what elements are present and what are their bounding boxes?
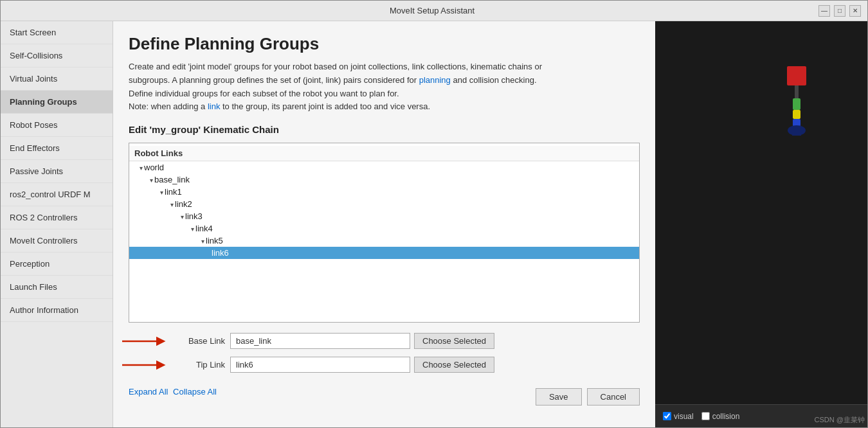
visual-checkbox-label[interactable]: visual — [663, 412, 694, 421]
collision-checkbox[interactable] — [701, 412, 710, 420]
expand-collapse-links: Expand All Collapse All — [129, 387, 219, 397]
collision-label: collision — [712, 412, 740, 421]
close-button[interactable]: ✕ — [849, 5, 861, 17]
sidebar-item-moveit-controllers[interactable]: MoveIt Controllers — [1, 229, 113, 253]
base-link-arrow-icon — [122, 335, 167, 348]
sidebar-item-perception[interactable]: Perception — [1, 253, 113, 276]
watermark: CSDN @韭菜钟 — [815, 415, 865, 425]
sidebar-item-ros2-controllers[interactable]: ROS 2 Controllers — [1, 206, 113, 229]
section-title: Edit 'my_group' Kinematic Chain — [129, 124, 640, 136]
desc-line1: Create and edit 'joint model' groups for… — [129, 62, 542, 71]
visual-label: visual — [674, 412, 694, 421]
base-link-input[interactable] — [230, 333, 410, 349]
sidebar-item-robot-poses[interactable]: Robot Poses — [1, 114, 113, 137]
titlebar: MoveIt Setup Assistant — □ ✕ — [1, 1, 867, 21]
tree-item-link3[interactable]: ▾link3 — [129, 210, 639, 222]
visual-checkbox[interactable] — [663, 412, 671, 420]
maximize-button[interactable]: □ — [834, 5, 845, 17]
collapse-all-link[interactable]: Collapse All — [173, 387, 217, 397]
visual-panel: visual collision CSDN @韭菜钟 — [655, 21, 867, 427]
base-link-choose-button[interactable]: Choose Selected — [414, 333, 494, 349]
svg-rect-4 — [787, 66, 806, 85]
robot-viewport — [655, 21, 867, 404]
sidebar-item-passive-joints[interactable]: Passive Joints — [1, 160, 113, 183]
desc-line4: Note: when adding a link to the group, i… — [129, 102, 430, 111]
tree-item-link2[interactable]: ▾link2 — [129, 198, 639, 210]
minimize-button[interactable]: — — [818, 5, 830, 17]
base-link-row: Base Link Choose Selected — [129, 333, 640, 349]
sidebar-item-virtual-joints[interactable]: Virtual Joints — [1, 67, 113, 91]
tree-item-link1[interactable]: ▾link1 — [129, 186, 639, 198]
content-area: Define Planning Groups Create and edit '… — [113, 21, 655, 427]
sidebar-scroll[interactable]: Start ScreenSelf-CollisionsVirtual Joint… — [1, 21, 113, 427]
main-content: Start ScreenSelf-CollisionsVirtual Joint… — [1, 21, 867, 427]
svg-rect-6 — [793, 98, 800, 110]
tip-link-arrow-icon — [122, 359, 167, 371]
window-title: MoveIt Setup Assistant — [46, 6, 818, 15]
tree-item-link5[interactable]: ▾link5 — [129, 235, 639, 247]
sidebar-item-ros2-control[interactable]: ros2_control URDF M — [1, 183, 113, 206]
expand-all-link[interactable]: Expand All — [129, 387, 168, 397]
tree-item-world[interactable]: ▾world — [129, 161, 639, 174]
window-controls: — □ ✕ — [818, 5, 861, 17]
sidebar-item-start-screen[interactable]: Start Screen — [1, 21, 113, 44]
svg-rect-5 — [795, 85, 799, 98]
svg-rect-10 — [792, 128, 801, 136]
tip-link-row: Tip Link Choose Selected — [129, 357, 640, 373]
save-button[interactable]: Save — [536, 388, 582, 406]
page-title: Define Planning Groups — [129, 34, 640, 54]
collision-checkbox-label[interactable]: collision — [701, 412, 740, 421]
main-window: MoveIt Setup Assistant — □ ✕ Start Scree… — [0, 0, 868, 428]
svg-rect-7 — [793, 110, 800, 119]
planning-link[interactable]: planning — [419, 75, 451, 85]
tree-header: Robot Links — [129, 146, 639, 161]
link-link[interactable]: link — [208, 102, 221, 111]
base-link-label: Base Link — [174, 336, 225, 346]
page-description: Create and edit 'joint model' groups for… — [129, 60, 640, 114]
sidebar-item-end-effectors[interactable]: End Effectors — [1, 137, 113, 160]
sidebar-item-self-collisions[interactable]: Self-Collisions — [1, 44, 113, 67]
robot-links-tree[interactable]: Robot Links ▾world▾base_link▾link1▾link2… — [129, 143, 640, 323]
action-buttons: Save Cancel — [536, 388, 640, 406]
tip-link-input[interactable] — [230, 357, 410, 373]
bottom-actions-row: Expand All Collapse All Save Cancel — [129, 386, 640, 406]
robot-visualization — [764, 60, 829, 188]
sidebar-item-launch-files[interactable]: Launch Files — [1, 276, 113, 299]
tree-item-link6[interactable]: link6 — [129, 247, 639, 259]
desc-line2: subgroups. A planning group defines the … — [129, 75, 537, 85]
cancel-button[interactable]: Cancel — [587, 388, 640, 406]
tip-link-label: Tip Link — [174, 360, 225, 370]
sidebar: Start ScreenSelf-CollisionsVirtual Joint… — [1, 21, 113, 427]
tree-item-base_link[interactable]: ▾base_link — [129, 174, 639, 186]
tree-item-link4[interactable]: ▾link4 — [129, 222, 639, 235]
tip-link-choose-button[interactable]: Choose Selected — [414, 357, 494, 373]
sidebar-item-planning-groups[interactable]: Planning Groups — [1, 91, 113, 114]
sidebar-item-author-information[interactable]: Author Information — [1, 299, 113, 322]
desc-line3: Define individual groups for each subset… — [129, 89, 399, 98]
